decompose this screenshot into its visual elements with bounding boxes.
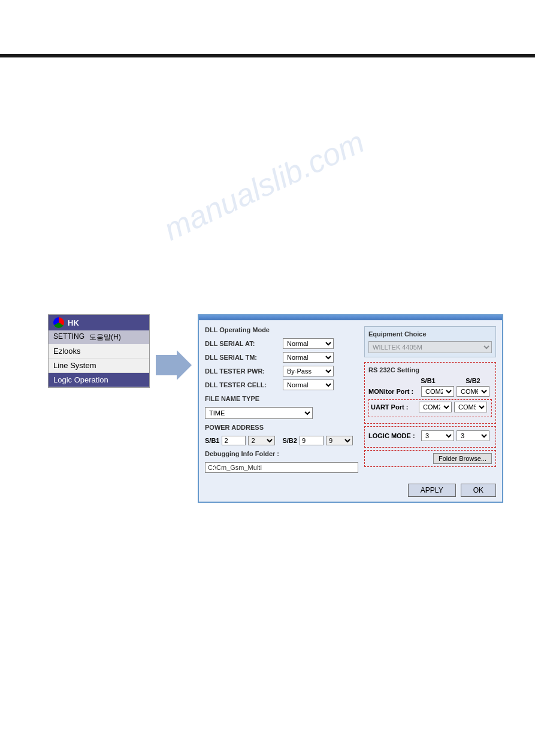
power-row: S/B1 2 134 S/B2 9 123 xyxy=(205,436,358,445)
sb1-label: S/B1 xyxy=(205,437,219,444)
monitor-port-sb2-select[interactable]: COM1COM2COM3COM4COM5COM6 xyxy=(457,386,489,397)
apply-button[interactable]: APPLY xyxy=(408,484,456,497)
dialog-left-column: DLL Operating Mode DLL SERIAL AT: Normal… xyxy=(205,326,358,473)
rs232-title: RS 232C Setting xyxy=(368,366,492,374)
dialog-buttons: APPLY OK xyxy=(199,479,502,502)
dialog-right-column: Equipment Choice WILLTEK 4405M RS 232C S… xyxy=(364,326,496,473)
equipment-title: Equipment Choice xyxy=(368,330,492,338)
monitor-port-row: MONitor Port : COM1COM2COM3COM4COM5COM6 … xyxy=(368,386,492,397)
sidebar-item-logic-operation[interactable]: Logic Operation xyxy=(49,373,149,387)
rs232-header-row: S/B1 S/B2 xyxy=(368,377,492,384)
sidebar-item-line-system[interactable]: Line System xyxy=(49,359,149,373)
dll-serial-at-select[interactable]: Normal By-Pass xyxy=(283,338,334,349)
dll-tester-cell-row: DLL TESTER CELL: Normal By-Pass xyxy=(205,379,358,390)
dll-section-title: DLL Operating Mode xyxy=(205,326,358,335)
dll-tester-pwr-select[interactable]: Normal By-Pass xyxy=(283,366,334,377)
left-menu: HK SETTING 도움말(H) Ezlooks Line System Lo… xyxy=(48,314,150,388)
equipment-section: Equipment Choice WILLTEK 4405M xyxy=(364,326,496,357)
power-section: POWER ADDRESS S/B1 2 134 S/B2 xyxy=(205,424,358,445)
sidebar-item-ezlooks[interactable]: Ezlooks xyxy=(49,344,149,359)
sb1-select[interactable]: 2 134 xyxy=(248,436,275,445)
rs232-sb1-header: S/B1 xyxy=(412,377,445,384)
logic-mode-row: LOGIC MODE : 12345 12345 xyxy=(368,430,492,441)
dll-serial-at-row: DLL SERIAL AT: Normal By-Pass xyxy=(205,338,358,349)
monitor-port-sb1-select[interactable]: COM1COM2COM3COM4COM5COM6 xyxy=(421,386,454,397)
help-menu[interactable]: 도움말(H) xyxy=(89,332,121,342)
file-name-title: FILE NAME TYPE xyxy=(205,395,358,403)
rs232-sb2-header: S/B2 xyxy=(457,377,489,384)
top-bar xyxy=(0,54,535,57)
dll-serial-tm-select[interactable]: Normal By-Pass xyxy=(283,352,334,363)
debug-section: Debugging Info Folder : C:\Cm_Gsm_Multi xyxy=(205,450,358,473)
logic-mode-section: LOGIC MODE : 12345 12345 xyxy=(364,426,496,448)
uart-port-section: UART Port : COM1COM2COM3COM4COM5COM6 COM… xyxy=(368,399,492,417)
dll-tester-pwr-label: DLL TESTER PWR: xyxy=(205,368,283,375)
rs232-section: RS 232C Setting S/B1 S/B2 MONitor Port :… xyxy=(364,362,496,424)
menu-title-bar: HK xyxy=(49,315,149,330)
folder-browse-button[interactable]: Folder Browse... xyxy=(433,453,492,464)
dll-serial-at-label: DLL SERIAL AT: xyxy=(205,340,283,347)
dialog-body: DLL Operating Mode DLL SERIAL AT: Normal… xyxy=(199,320,502,479)
monitor-port-label: MONitor Port : xyxy=(368,388,421,395)
settings-dialog: DLL Operating Mode DLL SERIAL AT: Normal… xyxy=(198,314,503,503)
ezlooks-label: Ezlooks xyxy=(53,347,81,356)
content-area: HK SETTING 도움말(H) Ezlooks Line System Lo… xyxy=(0,66,535,257)
logic-mode-label: LOGIC MODE : xyxy=(368,432,421,439)
debug-title: Debugging Info Folder : xyxy=(205,450,358,459)
line-system-label: Line System xyxy=(53,361,96,370)
hk-logo xyxy=(53,317,64,328)
sb2-label: S/B2 xyxy=(282,437,297,444)
uart-port-sb2-select[interactable]: COM1COM2COM3COM4COM5COM6 xyxy=(454,402,487,412)
logic-mode-sb1-select[interactable]: 12345 xyxy=(421,430,454,441)
menu-title-text: HK xyxy=(68,318,79,327)
dialog-columns: DLL Operating Mode DLL SERIAL AT: Normal… xyxy=(205,326,496,473)
dll-tester-cell-select[interactable]: Normal By-Pass xyxy=(283,379,334,390)
debug-path: C:\Cm_Gsm_Multi xyxy=(205,462,358,473)
uart-port-sb1-select[interactable]: COM1COM2COM3COM4COM5COM6 xyxy=(419,402,452,412)
logic-operation-label: Logic Operation xyxy=(53,375,108,384)
sb2-input[interactable] xyxy=(300,436,324,445)
power-title: POWER ADDRESS xyxy=(205,424,358,432)
dialog-title-bar xyxy=(199,315,502,320)
file-name-section: FILE NAME TYPE TIME DATE CUSTOM xyxy=(205,395,358,419)
svg-marker-0 xyxy=(156,350,192,380)
dll-tester-pwr-row: DLL TESTER PWR: Normal By-Pass xyxy=(205,366,358,377)
ok-button[interactable]: OK xyxy=(461,484,496,497)
setting-menu[interactable]: SETTING xyxy=(53,332,84,342)
screenshot-container: HK SETTING 도움말(H) Ezlooks Line System Lo… xyxy=(48,314,503,503)
dll-serial-tm-row: DLL SERIAL TM: Normal By-Pass xyxy=(205,352,358,363)
menu-bar[interactable]: SETTING 도움말(H) xyxy=(49,330,149,344)
file-name-select[interactable]: TIME DATE CUSTOM xyxy=(205,407,313,419)
uart-port-label: UART Port : xyxy=(371,403,419,411)
dll-serial-tm-label: DLL SERIAL TM: xyxy=(205,354,283,361)
dll-tester-cell-label: DLL TESTER CELL: xyxy=(205,381,283,388)
sb2-select[interactable]: 9 123 xyxy=(326,436,353,445)
logic-mode-sb2-select[interactable]: 12345 xyxy=(457,430,489,441)
equipment-select: WILLTEK 4405M xyxy=(368,341,492,353)
right-arrow-icon xyxy=(156,350,192,380)
sb1-input[interactable] xyxy=(222,436,246,445)
folder-browse-section: Folder Browse... xyxy=(364,450,496,467)
arrow-container xyxy=(150,350,198,380)
uart-port-row: UART Port : COM1COM2COM3COM4COM5COM6 COM… xyxy=(371,402,489,412)
